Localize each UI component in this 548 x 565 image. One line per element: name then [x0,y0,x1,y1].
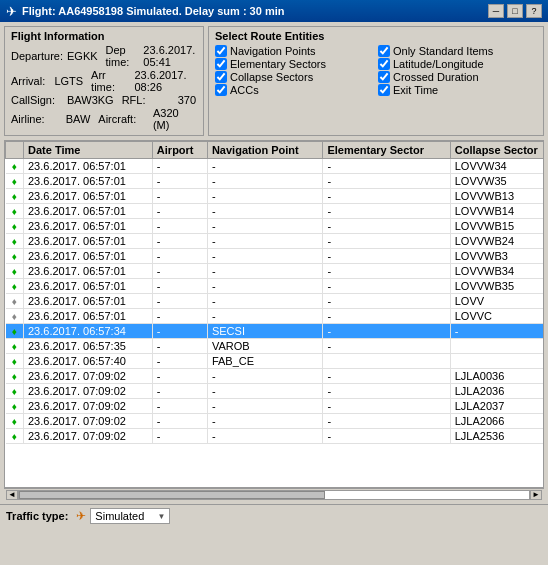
arr-time-value: 23.6.2017. 08:26 [134,69,197,93]
cell-datetime: 23.6.2017. 06:57:01 [24,174,153,189]
cell-collapse_sector: LOVVWB15 [450,219,543,234]
cell-collapse_sector: LOVVW35 [450,174,543,189]
cell-datetime: 23.6.2017. 06:57:35 [24,339,153,354]
cell-airport: - [152,324,207,339]
cell-airport: - [152,339,207,354]
checkbox-navigation-points-input[interactable] [215,45,227,57]
table-row[interactable]: ♦23.6.2017. 06:57:01---LOVVWB14- [6,204,544,219]
cell-datetime: 23.6.2017. 06:57:01 [24,204,153,219]
horizontal-scrollbar-area: ◄ ► [4,488,544,500]
help-button[interactable]: ? [526,4,542,18]
cell-elem_sector: - [323,219,450,234]
table-row[interactable]: ♦23.6.2017. 06:57:01---LOVVWB24- [6,234,544,249]
cell-airport: - [152,384,207,399]
cell-datetime: 23.6.2017. 07:09:02 [24,429,153,444]
aircraft-value: A320 (M) [153,107,197,131]
cell-collapse_sector: LOVVWB35 [450,279,543,294]
departure-value: EGKK [67,50,98,62]
table-row[interactable]: ♦23.6.2017. 06:57:01---LOVVWB15- [6,219,544,234]
table-row[interactable]: ♦23.6.2017. 06:57:01---LOVVW35- [6,174,544,189]
table-body: ♦23.6.2017. 06:57:01---LOVVW34-♦23.6.201… [6,159,544,444]
green-diamond-icon: ♦ [12,386,17,397]
cell-datetime: 23.6.2017. 07:09:02 [24,414,153,429]
green-diamond-icon: ♦ [12,371,17,382]
cell-navpoint: VAROB [207,339,322,354]
cell-elem_sector: - [323,399,450,414]
row-icon: ♦ [6,219,24,234]
scroll-right-button[interactable]: ► [530,490,542,500]
table-row[interactable]: ♦23.6.2017. 07:09:02---LJLA2066- [6,414,544,429]
table-row[interactable]: ♦23.6.2017. 06:57:34-SECSI-- [6,324,544,339]
cell-airport: - [152,414,207,429]
table-row[interactable]: ♦23.6.2017. 06:57:01---LOVVWB34- [6,264,544,279]
airline-value: BAW [66,113,91,125]
table-row[interactable]: ♦23.6.2017. 07:09:02---LJLA2037- [6,399,544,414]
horizontal-scrollbar[interactable] [18,490,530,500]
table-header-row: Date Time Airport Navigation Point Eleme… [6,142,544,159]
cell-airport: - [152,309,207,324]
cell-datetime: 23.6.2017. 06:57:01 [24,264,153,279]
checkbox-collapse-sectors[interactable]: Collapse Sectors [215,71,374,83]
table-row[interactable]: ♦23.6.2017. 06:57:01---LOVVWB3- [6,249,544,264]
row-icon: ♦ [6,339,24,354]
green-diamond-icon: ♦ [12,176,17,187]
main-content: Flight Information Departure: EGKK Dep t… [0,22,548,504]
table-row[interactable]: ♦23.6.2017. 07:09:02---LJLA0036- [6,369,544,384]
checkbox-only-standard-input[interactable] [378,45,390,57]
minimize-button[interactable]: ─ [488,4,504,18]
checkbox-crossed-duration[interactable]: Crossed Duration [378,71,537,83]
cell-collapse_sector: LOVVW34 [450,159,543,174]
checkbox-latitude-longitude[interactable]: Latitude/Longitude [378,58,537,70]
callsign-value: BAW3KG [67,94,114,106]
arrival-row: Arrival: LGTS Arr time: 23.6.2017. 08:26 [11,69,197,93]
plane-icon: ✈ [6,4,17,19]
maximize-button[interactable]: □ [507,4,523,18]
checkbox-accs[interactable]: ACCs [215,84,374,96]
cell-datetime: 23.6.2017. 06:57:01 [24,249,153,264]
airline-label: Airline: [11,113,62,125]
checkbox-elementary-sectors[interactable]: Elementary Sectors [215,58,374,70]
cell-navpoint: - [207,264,322,279]
row-icon: ♦ [6,309,24,324]
cell-airport: - [152,204,207,219]
checkbox-navigation-points[interactable]: Navigation Points [215,45,374,57]
checkbox-exit-time-input[interactable] [378,84,390,96]
traffic-type-dropdown[interactable]: Simulated ▼ [90,508,170,524]
table-row[interactable]: ♦23.6.2017. 07:09:02---LJLA2036- [6,384,544,399]
scrollbar-thumb[interactable] [19,491,325,499]
table-row[interactable]: ♦23.6.2017. 06:57:01---LOVVC [6,309,544,324]
row-icon: ♦ [6,159,24,174]
checkbox-accs-input[interactable] [215,84,227,96]
checkbox-collapse-sectors-label: Collapse Sectors [230,71,313,83]
cell-elem_sector: - [323,234,450,249]
checkbox-elementary-sectors-input[interactable] [215,58,227,70]
table-row[interactable]: ♦23.6.2017. 06:57:40-FAB_CE [6,354,544,369]
window-title: Flight: AA64958198 Simulated. Delay sum … [22,5,284,17]
scroll-left-button[interactable]: ◄ [6,490,18,500]
checkbox-latitude-longitude-input[interactable] [378,58,390,70]
table-row[interactable]: ♦23.6.2017. 06:57:01---LOVV [6,294,544,309]
table-row[interactable]: ♦23.6.2017. 07:09:02---LJLA2536- [6,429,544,444]
cell-collapse_sector: - [450,324,543,339]
checkbox-collapse-sectors-input[interactable] [215,71,227,83]
green-diamond-icon: ♦ [12,266,17,277]
row-icon: ♦ [6,249,24,264]
route-entities-title: Select Route Entities [215,30,537,42]
cell-elem_sector: - [323,174,450,189]
dep-time-label: Dep time: [106,44,140,68]
cell-navpoint: - [207,159,322,174]
row-icon: ♦ [6,414,24,429]
green-diamond-icon: ♦ [12,431,17,442]
row-icon: ♦ [6,174,24,189]
table-row[interactable]: ♦23.6.2017. 06:57:01---LOVVW34- [6,159,544,174]
checkbox-exit-time[interactable]: Exit Time [378,84,537,96]
cell-airport: - [152,354,207,369]
table-wrapper[interactable]: Date Time Airport Navigation Point Eleme… [5,141,543,488]
checkbox-only-standard[interactable]: Only Standard Items [378,45,537,57]
checkbox-crossed-duration-input[interactable] [378,71,390,83]
checkbox-elementary-sectors-label: Elementary Sectors [230,58,326,70]
cell-datetime: 23.6.2017. 06:57:40 [24,354,153,369]
table-row[interactable]: ♦23.6.2017. 06:57:01---LOVVWB35- [6,279,544,294]
table-row[interactable]: ♦23.6.2017. 06:57:01---LOVVWB13- [6,189,544,204]
table-row[interactable]: ♦23.6.2017. 06:57:35-VAROB- [6,339,544,354]
